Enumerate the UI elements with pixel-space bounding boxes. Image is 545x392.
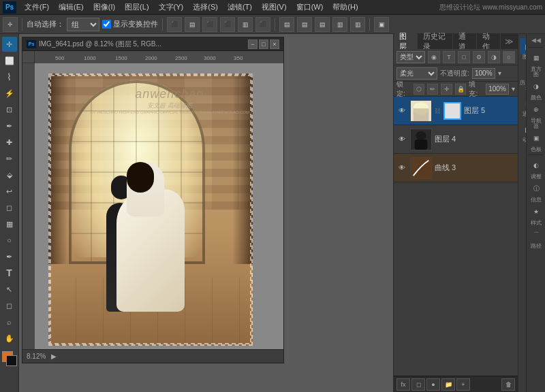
svg-rect-24 [414,108,429,121]
layer-5-mask[interactable] [443,102,461,120]
menu-filter[interactable]: 滤镜(T) [223,1,256,14]
arrange-btn[interactable]: ▣ [374,17,389,32]
layer-row-4[interactable]: 👁 图层 4 [394,125,518,154]
eyedropper-tool[interactable]: ✒ [2,118,17,133]
path-select-tool[interactable]: ↖ [2,282,17,297]
doc-close-btn[interactable]: × [270,39,279,49]
svg-rect-27 [415,140,428,150]
lock-position-btn[interactable]: ✛ [441,84,452,95]
align-bottom-btn[interactable]: ⬛ [255,17,270,32]
adjustment-layer-btn[interactable]: ● [426,378,440,391]
svg-text:500: 500 [55,55,65,61]
lock-transparent-btn[interactable]: ⬡ [414,84,424,95]
doc-minimize-btn[interactable]: − [248,39,258,49]
layer-filter-btn-3[interactable]: □ [458,51,470,63]
layer-filter-btn-5[interactable]: ◑ [488,51,500,63]
lasso-tool[interactable]: ⌇ [2,69,17,84]
blend-mode-select[interactable]: 柔光 正常 正片叠底 [396,67,437,80]
crop-tool[interactable]: ⊡ [2,102,17,117]
layer-filter-toggle[interactable]: ○ [503,51,515,63]
move-tool[interactable]: ✛ [2,37,17,52]
distribute-btn-4[interactable]: ▥ [332,17,347,32]
menu-edit[interactable]: 编辑(E) [54,1,88,14]
align-left-btn[interactable]: ⬛ [167,17,182,32]
lock-pixels-btn[interactable]: ✏ [427,84,438,95]
distribute-btn-3[interactable]: ▤ [315,17,330,32]
text-tool[interactable]: T [2,265,17,280]
menu-view[interactable]: 视图(V) [258,1,291,14]
zoom-tool[interactable]: ⌕ [2,314,17,329]
far-right-swatches[interactable]: ▣ [528,130,544,146]
distribute-btn-2[interactable]: ▤ [297,17,312,32]
doc-info-icon[interactable]: ▶ [51,353,57,360]
menu-window[interactable]: 窗口(W) [292,1,328,14]
menu-image[interactable]: 图像(I) [89,1,119,14]
add-style-btn[interactable]: fx [396,378,410,391]
color-swatches[interactable] [2,351,17,366]
gradient-tool[interactable]: ▦ [2,216,17,231]
distribute-btn-5[interactable]: ▥ [350,17,365,32]
dodge-tool[interactable]: ○ [2,233,17,248]
layer-filter-btn-4[interactable]: ⚙ [473,51,485,63]
align-right-btn[interactable]: ⬛ [202,17,217,32]
menu-text[interactable]: 文字(Y) [155,1,188,14]
menu-help[interactable]: 帮助(H) [328,1,362,14]
far-right-navigator[interactable]: ⊕ [528,101,544,118]
lock-all-btn[interactable]: 🔒 [455,84,466,95]
far-right-info[interactable]: ⓘ [528,180,544,197]
layer-filter-btn-2[interactable]: T [443,51,455,63]
menu-file[interactable]: 文件(F) [20,1,53,14]
layers-panel-menu[interactable]: ≫ [501,37,518,46]
align-top-btn[interactable]: ⬛ [220,17,235,32]
new-layer-btn[interactable]: + [456,378,470,391]
layer-filter-type[interactable]: 类型 [396,51,425,63]
background-color[interactable] [6,355,17,366]
move-tool-btn[interactable]: ✛ [3,17,18,32]
canvas-viewport[interactable]: anwenchao 安文超 高端修图 AN WENCHAO HIGH-END G… [35,63,283,349]
brush-tool[interactable]: ✏ [2,151,17,166]
fr-navigator-label: 导航器 [528,118,544,129]
layer-3-visibility[interactable]: 👁 [396,163,407,174]
pen-tool[interactable]: ✒ [2,249,17,264]
new-group-btn[interactable]: 📁 [441,378,455,391]
layer-row-3[interactable]: 👁 曲线 3 [394,154,518,182]
panel-collapse-btn[interactable]: ◀◀ [528,35,544,45]
shape-tool[interactable]: ◻ [2,298,17,313]
opacity-input[interactable] [472,68,495,79]
hand-tool[interactable]: ✋ [2,331,17,346]
layer-row-5[interactable]: 👁 ⛓ 图层 5 [394,97,518,125]
fill-arrow[interactable]: ▾ [512,85,515,93]
doc-maximize-btn[interactable]: □ [259,39,268,49]
layer-4-visibility[interactable]: 👁 [396,134,407,145]
history-brush-tool[interactable]: ↩ [2,184,17,199]
fill-input[interactable] [486,84,509,95]
show-transform-checkbox[interactable] [102,20,111,29]
far-right-styles[interactable]: ★ [528,203,544,220]
opacity-label: 不透明度: [440,69,469,78]
auto-select-dropdown[interactable]: 组 图层 [67,18,99,31]
far-right-color[interactable]: ◑ [528,78,544,95]
clone-tool[interactable]: ⬙ [2,167,17,182]
add-mask-btn[interactable]: ◻ [411,378,425,391]
align-middle-btn[interactable]: ▥ [238,17,253,32]
main-area: ✛ ⬜ ⌇ ⚡ ⊡ ✒ ✚ ✏ ⬙ ↩ ◻ ▦ ○ ✒ T ↖ ◻ ⌕ ✋ Ps… [0,34,545,392]
svg-text:350: 350 [234,55,243,61]
panel-content: 图层 历史记录 通道 动作 ≫ 类型 ◉ T □ ⚙ ◑ ○ [394,34,518,392]
menu-layer[interactable]: 图层(L) [121,1,153,14]
align-center-btn[interactable]: ▤ [185,17,200,32]
rect-select-tool[interactable]: ⬜ [2,53,17,68]
fr-info-label: 信息 [528,197,544,203]
eraser-tool[interactable]: ◻ [2,200,17,215]
opacity-arrow[interactable]: ▾ [498,69,501,77]
layer-5-chain: ⛓ [435,108,441,114]
magic-wand-tool[interactable]: ⚡ [2,86,17,101]
layer-filter-btn-1[interactable]: ◉ [428,51,440,63]
healing-tool[interactable]: ✚ [2,135,17,150]
menu-select[interactable]: 选择(S) [189,1,222,14]
far-right-adjustments[interactable]: ◐ [528,157,544,174]
far-right-paths[interactable]: ⌒ [528,227,544,243]
layer-5-visibility[interactable]: 👁 [396,105,407,116]
far-right-histogram[interactable]: ▦ [528,50,544,66]
delete-layer-btn[interactable]: 🗑 [501,378,515,391]
distribute-btn-1[interactable]: ▤ [279,17,294,32]
